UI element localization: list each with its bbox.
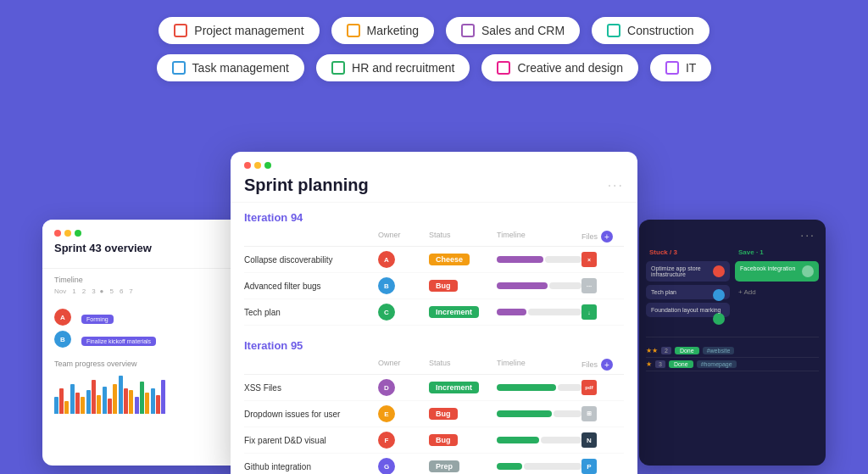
col-timeline: Timeline	[497, 359, 581, 371]
pill-it[interactable]: IT	[650, 54, 711, 81]
table-row: Advanced filter bugs B Bug ···	[244, 273, 624, 299]
pill-icon-orange	[347, 24, 360, 37]
bar	[70, 384, 75, 414]
bar	[113, 384, 117, 414]
task-name: Dropdown issues for user	[244, 410, 378, 419]
star-icon: ★	[646, 360, 652, 368]
add-card-button[interactable]: + Add	[735, 287, 819, 298]
bottom-table: ★★ 2 Done #website ★ 3 Done #homepage	[639, 325, 826, 371]
bar	[108, 399, 112, 414]
status-badge: Bug	[429, 408, 458, 420]
table-row: Tech plan C Increment ↓	[244, 299, 624, 326]
owner-cell: E	[378, 405, 429, 422]
minimize-dot	[64, 230, 71, 237]
timeline-cell	[497, 309, 581, 315]
pill-label: Sales and CRM	[481, 24, 565, 37]
add-column-button-2[interactable]: +	[601, 359, 613, 371]
pill-creative-design[interactable]: Creative and design	[481, 54, 638, 81]
close-dot	[54, 230, 61, 237]
pill-label: Creative and design	[517, 61, 623, 75]
timeline-cell	[497, 437, 581, 443]
sprint-title: Sprint planning	[244, 176, 369, 195]
kanban-card: Foundation layout marking	[646, 303, 730, 317]
file-cell: ×	[581, 252, 624, 267]
bar	[75, 393, 80, 414]
pill-marketing[interactable]: Marketing	[331, 17, 434, 44]
pill-icon-teal	[607, 24, 620, 37]
col-owner: Owner	[378, 231, 429, 243]
status-cell: Increment	[429, 382, 497, 393]
pill-label: HR and recruitment	[352, 61, 454, 75]
sp-badge: 2	[661, 347, 671, 354]
kanban-card-green: Facebook integration	[735, 261, 819, 282]
window-dots	[244, 162, 624, 169]
bar	[81, 397, 85, 414]
finalize-badge: Finalize kickoff materials	[81, 337, 156, 346]
kanban-col-save: Save · 1 Facebook integration + Add	[735, 247, 819, 325]
bar-group	[119, 376, 133, 414]
file-cell: P	[581, 459, 624, 474]
tag-badge: #homepage	[697, 360, 737, 368]
table-header-1: Owner Status Timeline Files +	[244, 231, 624, 247]
table-row: Github integration G Prep P	[244, 454, 624, 474]
col-owner: Owner	[378, 359, 429, 371]
add-column-button[interactable]: +	[601, 231, 613, 243]
more-options-icon[interactable]: ···	[800, 228, 815, 242]
timeline-section: Timeline Nov 1 2 3 ● 5 6 7	[42, 269, 263, 307]
maximize-dot	[75, 230, 81, 237]
avatar-kanban	[802, 265, 814, 277]
left-card-title: Sprint 43 overview	[54, 242, 251, 254]
status-badge: Increment	[429, 382, 479, 393]
col-files: Files +	[581, 231, 624, 243]
avatar-row-1: A Forming B Finalize kickoff materials	[42, 307, 263, 354]
bar	[64, 401, 69, 414]
status-badge: Prep	[429, 460, 459, 472]
tag-badge: #website	[703, 347, 735, 354]
bar-group	[70, 384, 85, 414]
table-row: XSS Files D Increment pdf	[244, 375, 624, 401]
bar-group	[54, 388, 69, 414]
owner-cell: B	[378, 277, 429, 294]
team-progress: Team progress overview	[42, 354, 263, 421]
bottom-row-2: ★ 3 Done #homepage	[646, 358, 819, 371]
left-card-header: Sprint 43 overview	[42, 220, 263, 269]
bottom-row-1: ★★ 2 Done #website	[646, 344, 819, 358]
bar	[161, 380, 165, 414]
status-cell: Bug	[429, 434, 497, 446]
pill-label: Project management	[194, 24, 303, 37]
pill-construction[interactable]: Construction	[592, 17, 709, 44]
right-card-header: ···	[639, 220, 826, 247]
maximize-dot	[264, 162, 271, 169]
bar	[97, 395, 101, 414]
owner-cell: G	[378, 458, 429, 474]
sp-badge: 3	[655, 360, 665, 368]
col-files: Files +	[581, 359, 624, 371]
status-cell: Bug	[429, 280, 497, 292]
divider	[646, 337, 819, 337]
pill-hr-recruitment[interactable]: HR and recruitment	[316, 54, 470, 81]
pill-sales-crm[interactable]: Sales and CRM	[446, 17, 580, 44]
bar-group	[151, 380, 165, 414]
bar	[86, 390, 91, 414]
iteration-95-section: Iteration 95 Owner Status Timeline Files…	[231, 331, 637, 474]
pill-label: IT	[686, 61, 696, 75]
bar	[145, 393, 149, 414]
kanban-col-save-title: Save · 1	[735, 247, 819, 258]
pill-project-management[interactable]: Project management	[159, 17, 319, 44]
bar	[124, 388, 128, 414]
owner-cell: D	[378, 379, 429, 396]
owner-cell: A	[378, 251, 429, 268]
avatar-1: A	[54, 309, 71, 326]
center-card: Sprint planning ··· Iteration 94 Owner S…	[231, 152, 637, 474]
avatar-kanban	[713, 313, 725, 325]
pill-icon-lavender	[665, 61, 679, 75]
iteration-95-title: Iteration 95	[244, 339, 624, 352]
team-label: Team progress overview	[54, 360, 251, 368]
more-options-icon[interactable]: ···	[608, 178, 624, 193]
pill-task-management[interactable]: Task management	[157, 54, 304, 81]
timeline-cell	[497, 463, 581, 470]
avatar-2: B	[54, 331, 71, 348]
kanban-card: Optimize app store infrastructure	[646, 261, 730, 282]
table-row: Collapse discoverability A Cheese ×	[244, 247, 624, 273]
bar-group	[135, 382, 149, 414]
